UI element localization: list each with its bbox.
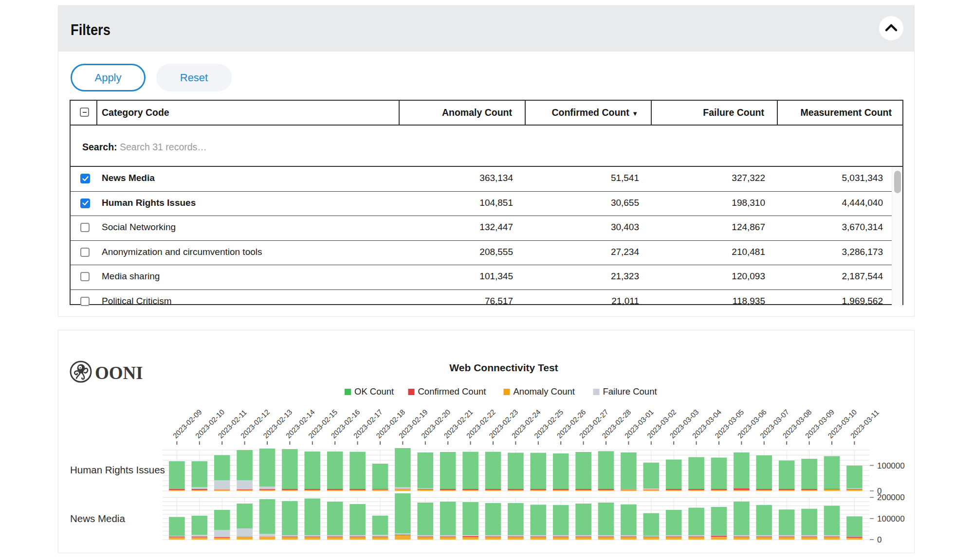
svg-text:Failure Count: Failure Count [603,386,657,397]
svg-text:0: 0 [877,535,881,544]
svg-text:Human Rights Issues: Human Rights Issues [70,464,165,475]
svg-text:200000: 200000 [877,493,905,502]
svg-text:OONI: OONI [95,363,143,383]
svg-text:Confirmed Count: Confirmed Count [418,386,486,397]
svg-text:Web Connectivity Test: Web Connectivity Test [449,362,558,373]
svg-text:100000: 100000 [877,514,905,524]
svg-text:OK Count: OK Count [354,386,394,397]
svg-text:100000: 100000 [877,461,905,470]
svg-text:Anomaly Count: Anomaly Count [514,386,575,397]
svg-text:News Media: News Media [70,513,125,524]
